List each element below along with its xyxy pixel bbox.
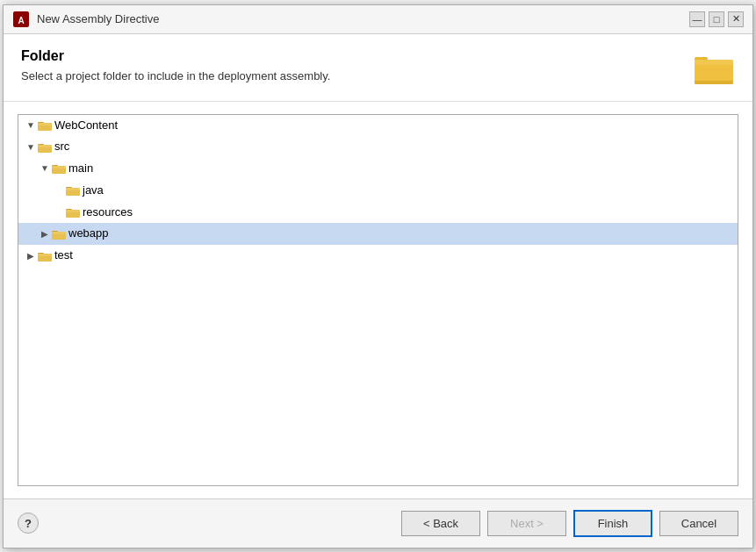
title-bar: A New Assembly Directive — □ ✕: [4, 5, 752, 34]
label-resources: resources: [83, 204, 133, 222]
label-java: java: [83, 182, 104, 200]
svg-rect-5: [695, 81, 733, 84]
folder-icon-src: [38, 141, 52, 154]
minimize-button[interactable]: —: [689, 11, 705, 27]
header-description: Select a project folder to include in th…: [21, 69, 682, 82]
folder-icon-resources: [66, 206, 80, 219]
label-webapp: webapp: [68, 225, 109, 243]
next-button[interactable]: Next >: [487, 511, 566, 536]
svg-rect-20: [66, 210, 80, 212]
svg-rect-23: [52, 232, 66, 234]
dialog-title: New Assembly Directive: [37, 12, 682, 25]
tree-item-test[interactable]: ▶ test: [18, 245, 738, 267]
svg-rect-8: [38, 123, 52, 125]
toggle-main[interactable]: ▼: [38, 161, 52, 176]
folder-icon-test: [38, 250, 52, 262]
tree-item-webapp[interactable]: ▶ webapp: [18, 223, 738, 245]
tree-item-webcontent[interactable]: ▼ WebContent: [18, 115, 738, 137]
maximize-button[interactable]: □: [709, 11, 724, 27]
dialog-header: Folder Select a project folder to includ…: [4, 34, 752, 102]
svg-rect-14: [52, 166, 66, 168]
label-test: test: [54, 247, 73, 265]
toggle-src[interactable]: ▼: [24, 140, 38, 154]
back-button[interactable]: < Back: [401, 511, 480, 536]
dialog-window: A New Assembly Directive — □ ✕ Folder Se…: [3, 4, 753, 548]
close-button[interactable]: ✕: [728, 11, 744, 27]
dialog-footer: ? < Back Next > Finish Cancel: [4, 498, 752, 548]
finish-button[interactable]: Finish: [573, 510, 652, 537]
cancel-button[interactable]: Cancel: [659, 511, 738, 536]
tree-item-java[interactable]: java: [18, 180, 738, 202]
tree-item-src[interactable]: ▼ src: [18, 136, 738, 158]
help-button[interactable]: ?: [18, 513, 39, 534]
folder-icon-java: [66, 184, 80, 197]
app-icon: A: [12, 11, 30, 28]
label-main: main: [68, 160, 93, 178]
toggle-test[interactable]: ▶: [24, 249, 38, 263]
svg-rect-26: [38, 254, 52, 256]
header-text: Folder Select a project folder to includ…: [21, 48, 682, 82]
tree-container[interactable]: ▼ WebContent ▼ src ▼: [18, 114, 738, 486]
folder-icon: [693, 48, 735, 90]
tree-item-main[interactable]: ▼ main: [18, 158, 738, 180]
label-src: src: [54, 138, 69, 156]
title-bar-controls: — □ ✕: [689, 11, 744, 27]
dialog-body: ▼ WebContent ▼ src ▼: [4, 102, 752, 498]
tree-item-resources[interactable]: resources: [18, 202, 738, 224]
folder-icon-webcontent: [38, 119, 52, 132]
toggle-webapp[interactable]: ▶: [38, 227, 52, 241]
svg-rect-11: [38, 145, 52, 147]
toggle-webcontent[interactable]: ▼: [24, 118, 38, 133]
svg-rect-17: [66, 188, 80, 190]
svg-rect-4: [695, 60, 733, 65]
label-webcontent: WebContent: [54, 117, 118, 135]
folder-icon-webapp: [52, 228, 66, 240]
svg-text:A: A: [18, 16, 24, 25]
header-title: Folder: [21, 48, 682, 64]
folder-icon-main: [52, 162, 66, 175]
